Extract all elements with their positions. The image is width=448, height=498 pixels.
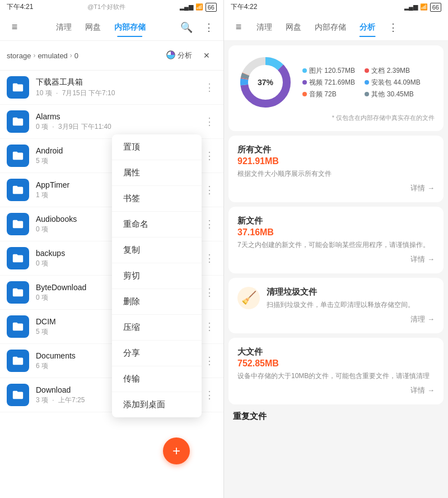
left-menu-icon[interactable]: ≡ bbox=[4, 17, 25, 38]
folder-icon bbox=[7, 110, 29, 133]
left-status-time: 下午4:21 bbox=[7, 2, 33, 12]
left-nav-actions: 🔍 ⋮ bbox=[176, 17, 219, 38]
all-files-title: 所有文件 bbox=[237, 145, 435, 155]
legend-dot-video bbox=[302, 80, 307, 85]
right-panel: 下午4:22 ▂▄▆ 📶 66 ≡ 清理 网盘 内部存储 分析 ⋮ bbox=[224, 0, 448, 498]
menu-item-delete[interactable]: 删除 bbox=[112, 289, 202, 315]
clean-text: 清理垃圾文件 扫描到垃圾文件，单击立即清理以释放存储空间。 清理 → bbox=[267, 287, 435, 324]
legend-label-other: 其他 30.45MB bbox=[371, 90, 413, 99]
breadcrumb-close-icon[interactable]: ✕ bbox=[197, 45, 217, 66]
menu-item-share[interactable]: 分享 bbox=[112, 341, 202, 366]
menu-item-pin[interactable]: 置顶 bbox=[112, 134, 202, 160]
legend-item-audio: 音频 72B bbox=[302, 90, 358, 99]
file-more-icon[interactable]: ⋮ bbox=[202, 79, 217, 96]
new-files-value: 37.16MB bbox=[237, 227, 435, 238]
menu-item-compress[interactable]: 压缩 bbox=[112, 315, 202, 341]
menu-item-add-desktop[interactable]: 添加到桌面 bbox=[112, 392, 202, 417]
new-files-card: 新文件 37.16MB 7天之内创建的新文件，可能会影响某些应用程序，请谨慎操作… bbox=[228, 207, 444, 273]
legend-dot-photos bbox=[302, 68, 307, 73]
new-files-title: 新文件 bbox=[237, 216, 435, 226]
legend-dot-audio bbox=[302, 92, 307, 96]
right-menu-icon[interactable]: ≡ bbox=[228, 17, 249, 38]
left-nav-bar: ≡ 清理 网盘 内部存储 🔍 ⋮ bbox=[0, 14, 223, 41]
left-tab-clean[interactable]: 清理 bbox=[50, 18, 77, 37]
battery-icon: 66 bbox=[206, 3, 217, 12]
all-files-detail-btn[interactable]: 详情 → bbox=[237, 183, 435, 193]
right-tab-clean[interactable]: 清理 bbox=[251, 18, 278, 37]
file-meta: 10 项 · 7月15日 下午7:10 bbox=[36, 89, 195, 98]
file-name: Alarms bbox=[36, 112, 195, 121]
breadcrumb-actions: 分析 ✕ bbox=[166, 45, 217, 66]
left-more-icon[interactable]: ⋮ bbox=[199, 17, 219, 38]
file-more-icon[interactable]: ⋮ bbox=[202, 352, 217, 369]
file-more-icon[interactable]: ⋮ bbox=[202, 250, 217, 267]
file-item[interactable]: 下载器工具箱 10 项 · 7月15日 下午7:10 ⋮ bbox=[0, 71, 223, 105]
legend-item-apk: 安装包 44.09MB bbox=[365, 78, 420, 87]
breadcrumb-sep-2: › bbox=[70, 52, 72, 59]
legend-dot-apk bbox=[365, 80, 369, 85]
clean-junk-content: 🧹 清理垃圾文件 扫描到垃圾文件，单击立即清理以释放存储空间。 清理 → bbox=[237, 287, 435, 324]
duplicate-section-title: 重复文件 bbox=[224, 404, 448, 424]
left-tab-cloud[interactable]: 网盘 bbox=[80, 18, 106, 37]
breadcrumb-sep-1: › bbox=[33, 52, 35, 59]
menu-item-cut[interactable]: 剪切 bbox=[112, 263, 202, 289]
folder-icon bbox=[7, 76, 29, 99]
wifi-icon: 📶 bbox=[420, 3, 428, 11]
right-tab-storage[interactable]: 内部存储 bbox=[309, 18, 352, 37]
left-status-icons: ▂▄▆ 📶 66 bbox=[180, 3, 217, 12]
signal-icon: ▂▄▆ bbox=[180, 3, 193, 11]
legend-item-video: 视频 721.69MB bbox=[302, 78, 358, 87]
right-more-icon[interactable]: ⋮ bbox=[383, 17, 403, 38]
legend-item-docs: 文档 2.39MB bbox=[365, 66, 420, 76]
menu-item-rename[interactable]: 重命名 bbox=[112, 212, 202, 238]
right-nav-bar: ≡ 清理 网盘 内部存储 分析 ⋮ bbox=[224, 14, 448, 41]
file-more-icon[interactable]: ⋮ bbox=[202, 284, 217, 301]
legend-label-video: 视频 721.69MB bbox=[309, 78, 355, 87]
file-info: Alarms 0 项 · 3月9日 下午11:40 bbox=[36, 112, 195, 132]
chart-container: 37% 图片 120.57MB 文档 2.39MB 视频 721.69MB 安 bbox=[237, 54, 435, 110]
fab-add-button[interactable]: + bbox=[163, 438, 190, 464]
file-item[interactable]: Alarms 0 项 · 3月9日 下午11:40 ⋮ bbox=[0, 105, 223, 139]
battery-icon: 66 bbox=[430, 3, 441, 12]
pie-chart-icon bbox=[166, 50, 175, 61]
menu-item-properties[interactable]: 属性 bbox=[112, 160, 202, 186]
large-files-detail-label: 详情 → bbox=[410, 385, 435, 395]
file-more-icon[interactable]: ⋮ bbox=[202, 147, 217, 164]
file-more-icon[interactable]: ⋮ bbox=[202, 387, 217, 403]
folder-icon bbox=[7, 281, 29, 304]
breadcrumb-emulated[interactable]: emulated bbox=[38, 52, 67, 60]
right-status-icons: ▂▄▆ 📶 66 bbox=[404, 3, 441, 12]
large-files-detail-btn[interactable]: 详情 → bbox=[237, 385, 435, 395]
file-more-icon[interactable]: ⋮ bbox=[202, 181, 217, 198]
menu-item-transfer[interactable]: 传输 bbox=[112, 366, 202, 392]
chart-section: 37% 图片 120.57MB 文档 2.39MB 视频 721.69MB 安 bbox=[228, 45, 444, 131]
breadcrumb: storage › emulated › 0 分析 ✕ bbox=[0, 41, 223, 71]
breadcrumb-storage[interactable]: storage bbox=[7, 52, 31, 60]
right-status-bar: 下午4:22 ▂▄▆ 📶 66 bbox=[224, 0, 448, 14]
legend-label-apk: 安装包 44.09MB bbox=[371, 78, 420, 87]
left-nav-tabs: 清理 网盘 内部存储 bbox=[25, 18, 176, 37]
menu-item-copy[interactable]: 复制 bbox=[112, 238, 202, 263]
left-tab-storage[interactable]: 内部存储 bbox=[109, 18, 151, 37]
file-more-icon[interactable]: ⋮ bbox=[202, 318, 217, 335]
legend-label-photos: 图片 120.57MB bbox=[309, 66, 355, 76]
left-search-icon[interactable]: 🔍 bbox=[176, 17, 197, 38]
menu-item-bookmark[interactable]: 书签 bbox=[112, 186, 202, 212]
folder-icon bbox=[7, 213, 29, 235]
file-name: 下载器工具箱 bbox=[36, 77, 195, 87]
right-tab-analysis[interactable]: 分析 bbox=[354, 18, 381, 37]
clean-btn[interactable]: 清理 → bbox=[267, 314, 435, 324]
legend-label-docs: 文档 2.39MB bbox=[371, 66, 410, 76]
analysis-label: 分析 bbox=[178, 50, 192, 60]
right-tab-cloud[interactable]: 网盘 bbox=[280, 18, 307, 37]
file-more-icon[interactable]: ⋮ bbox=[202, 113, 217, 130]
folder-icon bbox=[7, 145, 29, 167]
file-more-icon[interactable]: ⋮ bbox=[202, 216, 217, 232]
breadcrumb-0[interactable]: 0 bbox=[74, 52, 78, 60]
legend-item-other: 其他 30.45MB bbox=[365, 90, 420, 99]
breadcrumb-analysis-btn[interactable]: 分析 bbox=[166, 50, 192, 61]
large-files-desc: 设备中存储的大于10MB的文件，可能包含重要文件，请谨慎清理 bbox=[237, 371, 435, 381]
new-files-detail-btn[interactable]: 详情 → bbox=[237, 254, 435, 264]
chart-legend: 图片 120.57MB 文档 2.39MB 视频 721.69MB 安装包 44… bbox=[302, 66, 421, 99]
all-files-desc: 根据文件大小顺序展示所有文件 bbox=[237, 169, 435, 179]
